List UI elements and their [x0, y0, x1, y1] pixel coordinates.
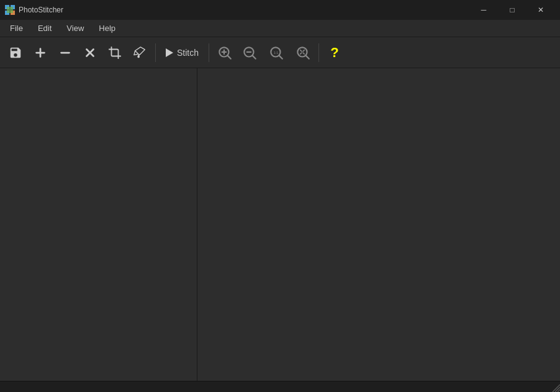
toolbar-separator-1 [155, 43, 156, 62]
menu-view[interactable]: View [59, 21, 91, 35]
zoom-in-button[interactable] [213, 41, 237, 65]
help-button[interactable]: ? [323, 41, 346, 65]
zoom-in-icon [217, 45, 233, 61]
close-button[interactable]: ✕ [526, 0, 555, 20]
zoom-fit-icon [295, 45, 311, 61]
left-panel [0, 68, 197, 381]
toolbar-separator-3 [318, 43, 319, 62]
x-icon [83, 46, 97, 60]
crop-icon [108, 46, 122, 60]
window-controls: ─ □ ✕ [469, 0, 555, 20]
maximize-button[interactable]: □ [498, 0, 526, 20]
save-icon [9, 46, 22, 60]
menu-edit[interactable]: Edit [30, 21, 59, 35]
app-icon [5, 5, 15, 15]
zoom-out-icon [242, 45, 258, 61]
add-button[interactable] [29, 41, 52, 65]
minus-icon [58, 46, 72, 60]
zoom-reset-button[interactable]: 1:1 [263, 41, 290, 65]
right-panel [197, 68, 560, 381]
plus-icon [34, 46, 47, 60]
title-bar: PhotoStitcher ─ □ ✕ [0, 0, 560, 20]
save-button[interactable] [4, 41, 27, 65]
zoom-out-button[interactable] [238, 41, 261, 65]
resize-handle[interactable] [551, 383, 560, 392]
remove-all-button[interactable] [78, 41, 102, 65]
zoom-fit-button[interactable] [291, 41, 315, 65]
stitch-label: Stitch [177, 48, 199, 58]
title-text: PhotoStitcher [19, 6, 63, 14]
toolbar-separator-2 [209, 43, 209, 62]
stitch-button[interactable]: Stitch [160, 41, 205, 65]
play-icon [166, 48, 173, 57]
svg-text:1:1: 1:1 [274, 51, 279, 55]
menu-bar: File Edit View Help [0, 20, 560, 37]
toolbar: Stitch 1:1 ? [0, 37, 560, 68]
svg-rect-4 [7, 7, 13, 13]
main-area [0, 68, 560, 381]
menu-help[interactable]: Help [91, 21, 123, 35]
minimize-button[interactable]: ─ [469, 0, 498, 20]
paint-button[interactable] [128, 41, 151, 65]
zoom-reset-icon: 1:1 [268, 45, 284, 61]
menu-file[interactable]: File [2, 21, 30, 35]
paint-icon [133, 46, 147, 60]
crop-button[interactable] [103, 41, 127, 65]
remove-button[interactable] [53, 41, 77, 65]
title-left: PhotoStitcher [5, 5, 63, 15]
status-bar [0, 381, 560, 392]
